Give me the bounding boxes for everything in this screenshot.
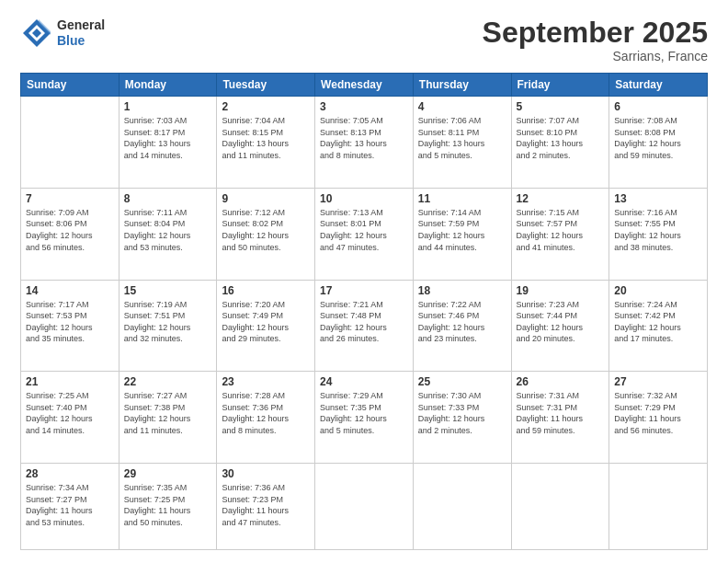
day-number: 26 [517, 375, 605, 388]
calendar-header-row: Sunday Monday Tuesday Wednesday Thursday… [21, 74, 708, 97]
day-info: Sunrise: 7:04 AMSunset: 8:15 PMDaylight:… [222, 116, 289, 160]
day-info: Sunrise: 7:25 AMSunset: 7:40 PMDaylight:… [26, 391, 93, 435]
logo-icon [20, 17, 53, 50]
page-title: September 2025 [483, 17, 708, 49]
day-number: 18 [418, 284, 506, 297]
table-row: 15Sunrise: 7:19 AMSunset: 7:51 PMDayligh… [119, 280, 217, 372]
table-row: 25Sunrise: 7:30 AMSunset: 7:33 PMDayligh… [413, 372, 511, 464]
day-info: Sunrise: 7:24 AMSunset: 7:42 PMDaylight:… [614, 300, 681, 344]
table-row: 4Sunrise: 7:06 AMSunset: 8:11 PMDaylight… [413, 97, 511, 189]
table-row: 21Sunrise: 7:25 AMSunset: 7:40 PMDayligh… [21, 372, 119, 464]
day-number: 13 [614, 192, 702, 205]
table-row: 22Sunrise: 7:27 AMSunset: 7:38 PMDayligh… [119, 372, 217, 464]
day-info: Sunrise: 7:15 AMSunset: 7:57 PMDaylight:… [517, 208, 584, 252]
day-info: Sunrise: 7:27 AMSunset: 7:38 PMDaylight:… [124, 391, 191, 435]
day-info: Sunrise: 7:29 AMSunset: 7:35 PMDaylight:… [320, 391, 387, 435]
day-number: 23 [222, 375, 310, 388]
table-row: 17Sunrise: 7:21 AMSunset: 7:48 PMDayligh… [315, 280, 414, 372]
day-number: 30 [222, 467, 310, 480]
table-row [511, 464, 609, 550]
day-info: Sunrise: 7:31 AMSunset: 7:31 PMDaylight:… [517, 391, 584, 435]
table-row: 3Sunrise: 7:05 AMSunset: 8:13 PMDaylight… [315, 97, 414, 189]
col-tuesday: Tuesday [217, 74, 315, 97]
table-row: 30Sunrise: 7:36 AMSunset: 7:23 PMDayligh… [217, 464, 315, 550]
calendar-week-row: 14Sunrise: 7:17 AMSunset: 7:53 PMDayligh… [21, 280, 708, 372]
day-number: 12 [517, 192, 605, 205]
table-row: 24Sunrise: 7:29 AMSunset: 7:35 PMDayligh… [315, 372, 414, 464]
day-info: Sunrise: 7:20 AMSunset: 7:49 PMDaylight:… [222, 300, 289, 344]
col-friday: Friday [511, 74, 609, 97]
table-row: 1Sunrise: 7:03 AMSunset: 8:17 PMDaylight… [119, 97, 217, 189]
day-number: 9 [222, 192, 310, 205]
day-info: Sunrise: 7:12 AMSunset: 8:02 PMDaylight:… [222, 208, 289, 252]
table-row: 29Sunrise: 7:35 AMSunset: 7:25 PMDayligh… [119, 464, 217, 550]
day-number: 29 [124, 467, 212, 480]
table-row: 10Sunrise: 7:13 AMSunset: 8:01 PMDayligh… [315, 188, 414, 280]
day-number: 28 [26, 467, 114, 480]
table-row [413, 464, 511, 550]
day-info: Sunrise: 7:06 AMSunset: 8:11 PMDaylight:… [418, 116, 485, 160]
logo-general-text: General [57, 17, 105, 33]
table-row: 7Sunrise: 7:09 AMSunset: 8:06 PMDaylight… [21, 188, 119, 280]
col-monday: Monday [119, 74, 217, 97]
day-number: 7 [26, 192, 114, 205]
table-row: 13Sunrise: 7:16 AMSunset: 7:55 PMDayligh… [609, 188, 708, 280]
day-info: Sunrise: 7:34 AMSunset: 7:27 PMDaylight:… [26, 483, 93, 527]
day-number: 6 [614, 100, 702, 113]
col-wednesday: Wednesday [315, 74, 414, 97]
day-number: 27 [614, 375, 702, 388]
col-saturday: Saturday [609, 74, 708, 97]
day-info: Sunrise: 7:19 AMSunset: 7:51 PMDaylight:… [124, 300, 191, 344]
day-number: 17 [320, 284, 408, 297]
table-row: 23Sunrise: 7:28 AMSunset: 7:36 PMDayligh… [217, 372, 315, 464]
day-number: 25 [418, 375, 506, 388]
table-row: 8Sunrise: 7:11 AMSunset: 8:04 PMDaylight… [119, 188, 217, 280]
table-row [609, 464, 708, 550]
page-subtitle: Sarrians, France [483, 49, 708, 63]
table-row: 2Sunrise: 7:04 AMSunset: 8:15 PMDaylight… [217, 97, 315, 189]
day-number: 11 [418, 192, 506, 205]
logo: General Blue [20, 17, 105, 50]
calendar-week-row: 28Sunrise: 7:34 AMSunset: 7:27 PMDayligh… [21, 464, 708, 550]
calendar-week-row: 7Sunrise: 7:09 AMSunset: 8:06 PMDaylight… [21, 188, 708, 280]
table-row [315, 464, 414, 550]
day-info: Sunrise: 7:08 AMSunset: 8:08 PMDaylight:… [614, 116, 681, 160]
table-row: 9Sunrise: 7:12 AMSunset: 8:02 PMDaylight… [217, 188, 315, 280]
title-block: September 2025 Sarrians, France [483, 17, 708, 63]
table-row: 11Sunrise: 7:14 AMSunset: 7:59 PMDayligh… [413, 188, 511, 280]
day-number: 22 [124, 375, 212, 388]
table-row: 6Sunrise: 7:08 AMSunset: 8:08 PMDaylight… [609, 97, 708, 189]
day-number: 21 [26, 375, 114, 388]
day-info: Sunrise: 7:14 AMSunset: 7:59 PMDaylight:… [418, 208, 485, 252]
day-info: Sunrise: 7:21 AMSunset: 7:48 PMDaylight:… [320, 300, 387, 344]
day-info: Sunrise: 7:35 AMSunset: 7:25 PMDaylight:… [124, 483, 191, 527]
day-number: 20 [614, 284, 702, 297]
day-info: Sunrise: 7:23 AMSunset: 7:44 PMDaylight:… [517, 300, 584, 344]
day-info: Sunrise: 7:07 AMSunset: 8:10 PMDaylight:… [517, 116, 584, 160]
day-number: 8 [124, 192, 212, 205]
table-row: 18Sunrise: 7:22 AMSunset: 7:46 PMDayligh… [413, 280, 511, 372]
calendar-week-row: 21Sunrise: 7:25 AMSunset: 7:40 PMDayligh… [21, 372, 708, 464]
table-row: 26Sunrise: 7:31 AMSunset: 7:31 PMDayligh… [511, 372, 609, 464]
table-row: 12Sunrise: 7:15 AMSunset: 7:57 PMDayligh… [511, 188, 609, 280]
page: General Blue September 2025 Sarrians, Fr… [0, 0, 728, 563]
header: General Blue September 2025 Sarrians, Fr… [20, 17, 708, 63]
day-info: Sunrise: 7:13 AMSunset: 8:01 PMDaylight:… [320, 208, 387, 252]
day-number: 2 [222, 100, 310, 113]
day-number: 10 [320, 192, 408, 205]
day-info: Sunrise: 7:32 AMSunset: 7:29 PMDaylight:… [614, 391, 681, 435]
col-sunday: Sunday [21, 74, 119, 97]
day-number: 3 [320, 100, 408, 113]
day-number: 14 [26, 284, 114, 297]
day-info: Sunrise: 7:11 AMSunset: 8:04 PMDaylight:… [124, 208, 191, 252]
calendar-week-row: 1Sunrise: 7:03 AMSunset: 8:17 PMDaylight… [21, 97, 708, 189]
table-row [21, 97, 119, 189]
day-number: 1 [124, 100, 212, 113]
day-info: Sunrise: 7:16 AMSunset: 7:55 PMDaylight:… [614, 208, 681, 252]
table-row: 16Sunrise: 7:20 AMSunset: 7:49 PMDayligh… [217, 280, 315, 372]
day-number: 19 [517, 284, 605, 297]
table-row: 14Sunrise: 7:17 AMSunset: 7:53 PMDayligh… [21, 280, 119, 372]
day-info: Sunrise: 7:05 AMSunset: 8:13 PMDaylight:… [320, 116, 387, 160]
day-number: 15 [124, 284, 212, 297]
table-row: 5Sunrise: 7:07 AMSunset: 8:10 PMDaylight… [511, 97, 609, 189]
